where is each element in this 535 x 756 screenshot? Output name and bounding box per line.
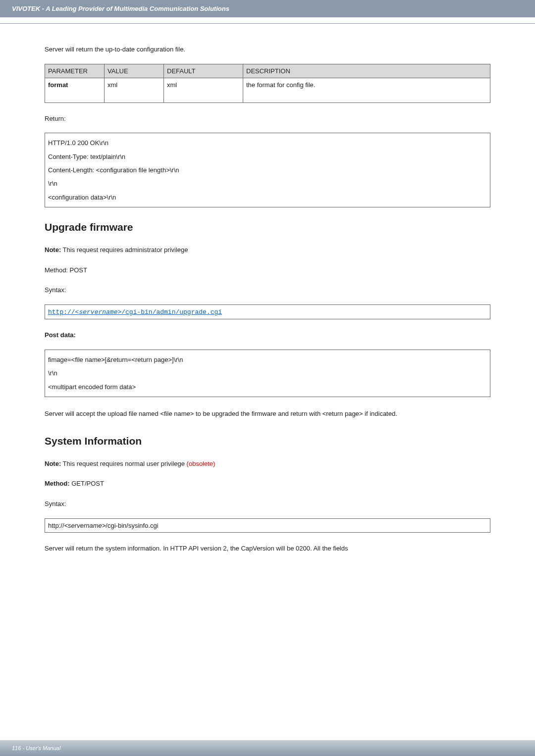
code-line: HTTP/1.0 200 OK\r\n xyxy=(48,136,487,150)
obsolete-tag: (obsolete) xyxy=(187,460,215,467)
code-line: Content-Type: text/plain\r\n xyxy=(48,150,487,163)
sysinfo-method: Method: GET/POST xyxy=(45,478,490,490)
sysinfo-foot-text: Server will return the system informatio… xyxy=(45,543,490,555)
method-label: Method: xyxy=(45,480,70,487)
url-prefix: http://< xyxy=(48,308,79,316)
note-label: Note: xyxy=(45,460,61,467)
th-description: DESCRIPTION xyxy=(243,64,490,78)
code-line: <configuration data>\r\n xyxy=(48,191,487,204)
td-value: xml xyxy=(105,78,164,102)
return-box: HTTP/1.0 200 OK\r\n Content-Type: text/p… xyxy=(45,133,490,207)
system-information-heading: System Information xyxy=(45,435,490,447)
table-header-row: PARAMETER VALUE DEFAULT DESCRIPTION xyxy=(45,64,490,78)
post-data-box: fimage=<file name>[&return=<return page>… xyxy=(45,350,490,397)
code-line: \r\n xyxy=(48,366,487,380)
upgrade-note: Note: This request requires administrato… xyxy=(45,244,490,256)
sysinfo-note: Note: This request requires normal user … xyxy=(45,458,490,470)
upgrade-url-link[interactable]: http://<servername>/cgi-bin/admin/upgrad… xyxy=(48,308,222,316)
page-header: VIVOTEK - A Leading Provider of Multimed… xyxy=(0,0,535,17)
td-description: the format for config file. xyxy=(243,78,490,102)
post-data-label: Post data: xyxy=(45,329,490,342)
note-text: This request requires administrator priv… xyxy=(61,246,188,253)
intro-text: Server will return the up-to-date config… xyxy=(45,44,490,56)
table-row: format xml xml the format for config fil… xyxy=(45,78,490,102)
td-default: xml xyxy=(164,78,243,102)
upgrade-post-text: Server will accept the upload file named… xyxy=(45,407,490,421)
url-suffix: /cgi-bin/sysinfo.cgi xyxy=(106,522,158,529)
method-text: GET/POST xyxy=(70,480,104,487)
url-servername: servername xyxy=(79,308,117,316)
syntax-label: Syntax: xyxy=(45,284,490,297)
th-parameter: PARAMETER xyxy=(45,64,105,78)
sysinfo-syntax-box: http://<servername>/cgi-bin/sysinfo.cgi xyxy=(45,518,490,533)
page-footer: 116 - User's Manual xyxy=(0,740,535,756)
th-default: DEFAULT xyxy=(164,64,243,78)
note-text: This request requires normal user privil… xyxy=(61,460,186,467)
code-line: fimage=<file name>[&return=<return page>… xyxy=(48,353,487,366)
note-label: Note: xyxy=(45,246,61,253)
code-line: Content-Length: <configuration file leng… xyxy=(48,163,487,177)
return-label: Return: xyxy=(45,113,490,125)
td-param-name: format xyxy=(45,78,105,102)
upgrade-method: Method: POST xyxy=(45,264,490,277)
url-servername: <servername> xyxy=(64,522,106,529)
th-value: VALUE xyxy=(105,64,164,78)
code-line: \r\n xyxy=(48,177,487,190)
url-suffix: >/cgi-bin/admin/upgrade.cgi xyxy=(117,308,222,316)
syntax-box: http://<servername>/cgi-bin/admin/upgrad… xyxy=(45,304,490,320)
syntax-label: Syntax: xyxy=(45,498,490,510)
code-line: <multipart encoded form data> xyxy=(48,380,487,394)
parameter-table: PARAMETER VALUE DEFAULT DESCRIPTION form… xyxy=(45,64,490,103)
upgrade-firmware-heading: Upgrade firmware xyxy=(45,221,490,233)
url-prefix: http:// xyxy=(48,522,64,529)
